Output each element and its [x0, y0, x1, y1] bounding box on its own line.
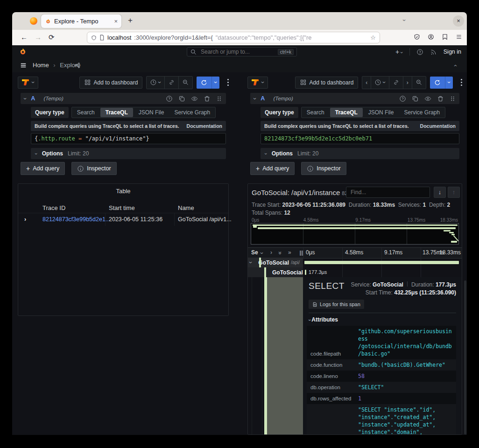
forward-button[interactable]: → — [35, 33, 42, 41]
tab-traceql[interactable]: TraceQL — [100, 108, 133, 117]
collapse-header-icon[interactable]: › — [452, 64, 458, 66]
column-resize-grip[interactable]: ▐▌ — [298, 251, 305, 255]
time-picker-right[interactable]: › — [371, 77, 389, 89]
account-icon[interactable] — [428, 34, 434, 40]
duplicate-icon[interactable] — [412, 95, 419, 102]
chevron-down-icon[interactable]: › — [259, 252, 265, 254]
sign-in-link[interactable]: Sign in — [444, 49, 461, 55]
zoom-out-button-left[interactable] — [179, 77, 192, 89]
new-menu-button[interactable]: + › — [395, 48, 403, 56]
query-row-header-right[interactable]: › A (Tempo) — [250, 93, 459, 104]
search-input[interactable] — [200, 48, 275, 56]
span-row-select[interactable]: GoToSocial 177.3μs — [248, 267, 462, 277]
shield-permissions-icon[interactable] — [91, 35, 97, 41]
service-operation-header[interactable]: Se — [251, 249, 258, 256]
share-icon[interactable] — [74, 62, 81, 69]
help-icon[interactable] — [416, 49, 423, 56]
collapse-one-icon[interactable]: › — [270, 249, 272, 256]
column-header-start-time[interactable]: Start time — [109, 204, 135, 211]
breadcrumb-home[interactable]: Home — [33, 62, 49, 69]
trace-id-link[interactable]: 82124873cf3e99b5d2e1... — [42, 216, 110, 223]
news-icon[interactable] — [430, 49, 437, 56]
tab-json-file[interactable]: JSON File — [134, 107, 169, 118]
logs-for-span-button[interactable]: Logs for this span — [309, 300, 364, 309]
span-bar-select[interactable] — [305, 270, 306, 275]
time-shift-back-right[interactable]: ‹ — [362, 77, 371, 89]
tab-search[interactable]: Search — [72, 107, 100, 118]
traceql-query-input-right[interactable]: 82124873cf3e99b5d2e1cc5d2bc0eb71 — [261, 133, 459, 144]
global-search[interactable]: ctrl+k — [187, 47, 297, 56]
find-prev-button[interactable]: ↑ — [448, 187, 460, 198]
mega-menu-icon[interactable] — [20, 62, 27, 69]
collapse-all-icon[interactable]: » — [277, 252, 283, 255]
tab-service-graph[interactable]: Service Graph — [169, 107, 215, 118]
save-to-library-icon[interactable] — [442, 34, 448, 40]
selected-span-name-column[interactable] — [267, 277, 303, 434]
find-next-button[interactable]: ↓ — [434, 187, 446, 198]
expand-all-icon[interactable]: » — [288, 249, 291, 256]
options-accordion-left[interactable]: › Options Limit: 20 — [31, 148, 226, 159]
zoom-out-button-right[interactable] — [412, 77, 426, 89]
traceql-query-input-left[interactable]: {.http.route = "/api/v1/instance"} — [31, 133, 226, 144]
link-split-button-right[interactable] — [389, 77, 403, 89]
run-query-button-left[interactable]: › — [197, 77, 219, 89]
query-help-icon[interactable] — [166, 95, 173, 102]
datasource-picker-left[interactable]: › — [18, 77, 38, 89]
delete-trash-icon[interactable] — [437, 95, 444, 102]
drag-handle-icon[interactable] — [450, 96, 456, 102]
list-tabs-icon[interactable]: › — [403, 17, 405, 24]
tab-search[interactable]: Search — [302, 107, 330, 118]
documentation-link[interactable]: Documentation — [420, 123, 456, 129]
disable-eye-icon[interactable] — [191, 95, 198, 102]
table-row[interactable]: › 82124873cf3e99b5d2e1... 2023-06-05 11:… — [18, 213, 228, 226]
time-shift-forward-right[interactable]: › — [403, 77, 412, 89]
link-split-button-left[interactable] — [165, 77, 179, 89]
duplicate-icon[interactable] — [178, 95, 185, 102]
tab-close-icon[interactable]: × — [114, 18, 118, 25]
new-tab-button[interactable]: + — [128, 16, 133, 25]
page-info-icon[interactable] — [99, 35, 105, 41]
disable-eye-icon[interactable] — [424, 95, 431, 102]
menu-hamburger-icon[interactable] — [456, 34, 462, 40]
delete-trash-icon[interactable] — [204, 95, 211, 102]
query-help-icon[interactable] — [399, 95, 406, 102]
add-query-button-right[interactable]: +Add query — [250, 162, 295, 175]
drag-handle-icon[interactable] — [216, 96, 222, 102]
tab-service-graph[interactable]: Service Graph — [399, 107, 445, 118]
row-expander-icon[interactable]: › — [24, 216, 26, 223]
query-datasource-hint: (Tempo) — [43, 96, 63, 101]
tab-traceql[interactable]: TraceQL — [330, 108, 363, 117]
column-header-trace-id[interactable]: Trace ID — [42, 204, 65, 211]
attributes-accordion[interactable]: › Attributes — [309, 316, 338, 323]
more-options-kebab-right[interactable] — [460, 79, 462, 86]
options-accordion-right[interactable]: › Options Limit: 20 — [261, 148, 459, 159]
grafana-logo[interactable] — [19, 48, 27, 56]
query-row-header-left[interactable]: › A (Tempo) — [21, 93, 226, 104]
time-picker-left[interactable]: › — [147, 77, 164, 89]
documentation-link[interactable]: Documentation — [187, 123, 222, 129]
inspector-button-right[interactable]: Inspector — [301, 162, 346, 175]
trace-minimap[interactable] — [251, 223, 459, 245]
page-scrollbar[interactable] — [464, 280, 466, 434]
back-button[interactable]: ← — [21, 33, 28, 41]
inspector-button-left[interactable]: Inspector — [71, 162, 116, 175]
find-box[interactable] — [346, 187, 430, 198]
protections-shield-icon[interactable] — [414, 34, 420, 40]
run-query-button-right[interactable]: › — [430, 77, 453, 89]
add-to-dashboard-button-left[interactable]: Add to dashboard — [79, 77, 143, 89]
span-row-root[interactable]: › GoToSocial /api/ — [248, 258, 462, 267]
tab-json-file[interactable]: JSON File — [363, 107, 399, 118]
span-bar-root[interactable] — [304, 261, 459, 264]
url-bar[interactable]: localhost:3000/explore?orgId=1&left={"da… — [87, 32, 380, 43]
firefox-icon[interactable] — [30, 17, 37, 25]
add-query-button-left[interactable]: +Add query — [21, 162, 65, 175]
find-input[interactable] — [350, 189, 426, 196]
more-options-kebab-left[interactable] — [227, 79, 229, 86]
bookmark-star-icon[interactable]: ☆ — [370, 34, 376, 41]
add-to-dashboard-button-right[interactable]: Add to dashboard — [295, 77, 359, 89]
column-header-name[interactable]: Name — [178, 204, 194, 211]
browser-tab[interactable]: Explore - Tempo × — [41, 14, 121, 28]
reload-button[interactable]: ⟳ — [49, 33, 55, 42]
window-close-button[interactable]: × — [453, 15, 464, 27]
datasource-picker-right[interactable]: › — [247, 77, 268, 89]
